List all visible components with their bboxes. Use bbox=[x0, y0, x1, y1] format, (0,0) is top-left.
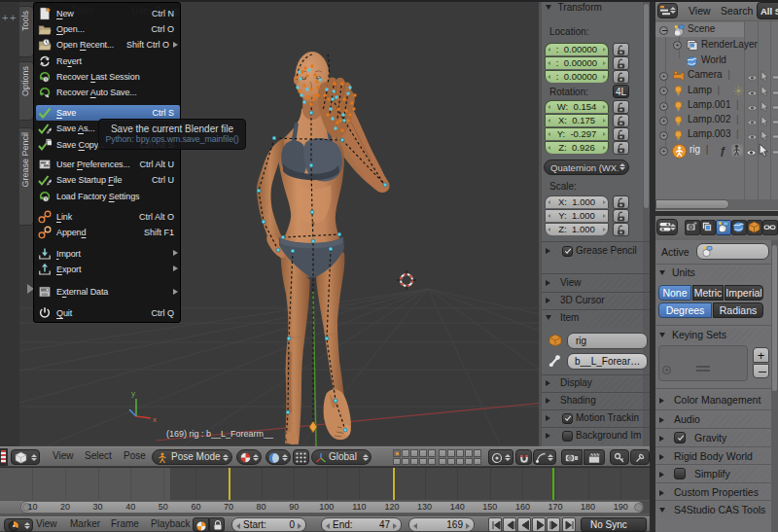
svg-text:y: y bbox=[131, 389, 135, 398]
svg-text:x: x bbox=[153, 415, 157, 424]
